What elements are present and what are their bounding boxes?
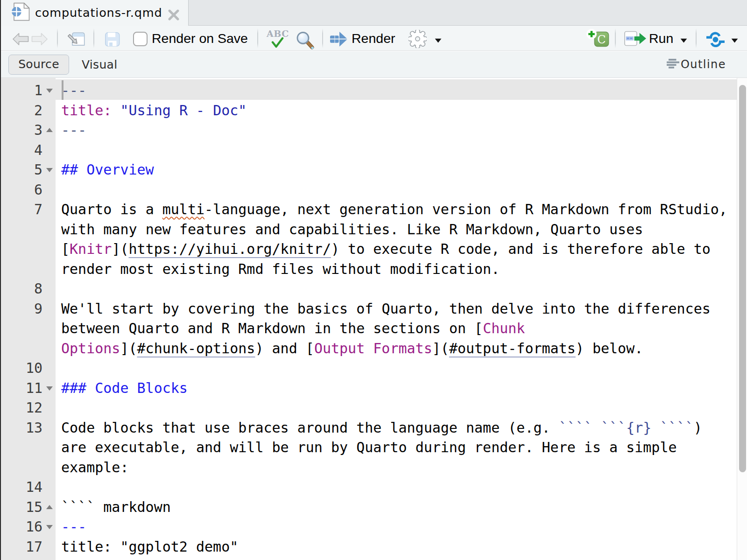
editor-line-14[interactable]: 14 <box>0 477 737 497</box>
back-icon[interactable] <box>12 32 29 47</box>
word-group: --- <box>61 122 86 138</box>
editor-line-15[interactable]: 15```` markdown <box>0 497 737 518</box>
code-segment-plain: the <box>584 301 609 317</box>
editor-line-11[interactable]: 11### Code Blocks <box>0 378 737 399</box>
line-number[interactable]: 11 <box>0 378 42 399</box>
editor-line-2[interactable]: 2title: "Using R - Doc" <box>0 101 737 121</box>
word-group: during <box>416 439 466 455</box>
word-group: Markdown <box>542 201 610 217</box>
code-segment-plain: braces <box>238 420 289 436</box>
code-editor[interactable]: 1---2title: "Using R - Doc"3---45## Over… <box>0 78 747 560</box>
fold-down-icon[interactable] <box>46 168 53 172</box>
editor-line-12[interactable]: 12 <box>0 398 737 418</box>
fold-up-icon[interactable] <box>46 128 53 132</box>
line-number[interactable]: 5 <box>0 160 42 180</box>
editor-line-3[interactable]: 3--- <box>0 120 737 140</box>
render-label[interactable]: Render <box>352 26 395 51</box>
word-group: a <box>609 439 618 455</box>
word-group: without <box>323 261 381 277</box>
source-mode-button[interactable]: Source <box>8 55 69 75</box>
file-tab[interactable]: computations-r.qmd <box>0 0 189 26</box>
editor-line-8[interactable]: 8 <box>0 279 737 299</box>
word-group: and <box>255 221 280 238</box>
insert-chunk-icon[interactable]: C <box>585 28 610 50</box>
word-group: We'll <box>61 301 103 317</box>
editor-line-7[interactable]: 7Quarto is a multi-language, next genera… <box>0 200 737 279</box>
editor-line-17[interactable]: 17title: "ggplot2 demo" <box>0 537 737 557</box>
word-group: Rmd <box>238 261 263 277</box>
word-group: R <box>441 241 449 257</box>
forward-icon[interactable] <box>31 32 48 47</box>
line-number[interactable]: 16 <box>0 517 42 537</box>
editor-tab-bar: computations-r.qmd <box>0 0 747 26</box>
fold-down-icon[interactable] <box>46 386 53 391</box>
word-group: RStudio, <box>660 201 727 217</box>
line-number[interactable]: 6 <box>0 180 42 200</box>
editor-line-13[interactable]: 13Code blocks that use braces around the… <box>0 418 737 478</box>
spellcheck-icon[interactable]: ABC <box>266 29 289 49</box>
line-number[interactable]: 2 <box>0 101 42 121</box>
editor-line-1[interactable]: 1--- <box>0 81 737 101</box>
vertical-scrollbar[interactable] <box>737 78 747 560</box>
editor-line-4[interactable]: 4 <box>0 140 737 161</box>
code-segment-meta: --- <box>61 82 86 98</box>
line-number[interactable]: 12 <box>0 398 42 418</box>
word-group: Quarto, <box>381 301 440 317</box>
line-number[interactable]: 3 <box>0 120 42 140</box>
line-number[interactable]: 13 <box>0 418 42 438</box>
render-on-save-label[interactable]: Render on Save <box>152 26 248 51</box>
visual-mode-button[interactable]: Visual <box>82 51 117 78</box>
code-segment-plain: Quarto <box>356 439 407 455</box>
fold-down-icon[interactable] <box>46 89 53 93</box>
editor-line-10[interactable]: 10 <box>0 358 737 378</box>
fold-column <box>42 120 61 140</box>
editor-line-5[interactable]: 5## Overview <box>0 160 737 180</box>
toolbar-separator <box>57 28 58 48</box>
editor-line-9[interactable]: 9We'll start by covering the basics of Q… <box>0 299 737 359</box>
word-group: Here <box>542 439 576 455</box>
word-group: [Chunk <box>474 320 525 336</box>
render-options-dropdown-icon[interactable] <box>435 38 442 43</box>
tab-close-icon[interactable] <box>168 9 179 21</box>
popout-icon[interactable] <box>66 27 86 46</box>
line-number[interactable]: 1 <box>0 81 42 101</box>
rerun-icon[interactable] <box>705 32 726 48</box>
fold-down-icon[interactable] <box>46 525 53 529</box>
editor-line-16[interactable]: 16--- <box>0 517 737 537</box>
word-group: Blocks <box>137 380 188 396</box>
run-dropdown-icon[interactable] <box>680 38 687 43</box>
line-number[interactable]: 14 <box>0 477 42 497</box>
editor-line-6[interactable]: 6 <box>0 180 737 200</box>
run-icon[interactable] <box>624 31 647 47</box>
rerun-dropdown-icon[interactable] <box>731 38 738 43</box>
word-group: next <box>297 201 331 217</box>
line-number[interactable]: 10 <box>0 358 42 378</box>
code-segment-plain: example: <box>61 459 129 476</box>
word-group: code, <box>458 241 500 257</box>
word-group: ```` <box>559 420 592 436</box>
word-group: title: <box>61 539 112 555</box>
fold-column <box>42 160 61 180</box>
word-group: language <box>390 420 458 436</box>
render-icon[interactable] <box>329 31 349 49</box>
scrollbar-thumb[interactable] <box>739 85 746 472</box>
code-segment-plain: therefore <box>567 241 643 257</box>
code-segment-string: Doc" <box>213 102 247 119</box>
fold-up-icon[interactable] <box>46 505 53 509</box>
line-number[interactable]: 4 <box>0 140 42 161</box>
line-number[interactable]: 7 <box>0 200 42 220</box>
code-segment-plain: of <box>356 301 373 317</box>
line-number[interactable]: 9 <box>0 299 42 319</box>
line-text: Code blocks that use braces around the l… <box>61 418 732 478</box>
render-on-save-checkbox[interactable] <box>133 32 148 46</box>
search-icon[interactable] <box>294 30 316 51</box>
run-label[interactable]: Run <box>649 26 673 51</box>
line-number[interactable]: 8 <box>0 279 42 299</box>
gear-icon[interactable] <box>409 30 427 48</box>
line-number[interactable]: 15 <box>0 497 42 518</box>
save-icon[interactable] <box>105 32 120 47</box>
line-number[interactable]: 17 <box>0 537 42 557</box>
word-group: to <box>348 241 365 257</box>
code-segment-plain: modification. <box>390 261 500 277</box>
code-segment-plain: Markdown <box>238 320 306 336</box>
